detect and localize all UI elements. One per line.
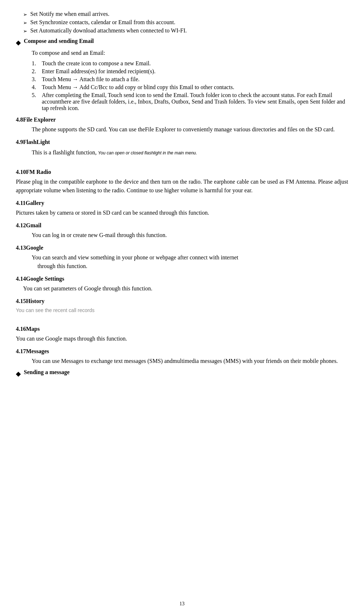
heading-4-11: 4.11Gallery [16,200,348,206]
arrow-icon-2: ➢ [23,20,27,26]
heading-4-10: 4.10FM Radio [16,169,348,175]
page-container: ➢ Set Notify me when email arrives. ➢ Se… [0,0,364,614]
flashlight-text-normal: This is a flashlight function, [32,149,97,155]
diamond-icon-2: ◆ [16,370,21,378]
step-text-3: Touch Menu → Attach file to attach a fil… [42,76,139,83]
compose-body: To compose and send an Email: 1. Touch t… [16,49,348,111]
diamond-icon: ◆ [16,39,21,47]
section-4-13: 4.13Google You can search and view somet… [16,245,348,271]
body-4-10: Please plug in the compatible earphone t… [16,177,348,195]
heading-4-15: 4.15History [16,298,348,304]
body-4-8: The phone supports the SD card. You can … [16,125,348,134]
flashlight-body: This is a flashlight function, You can o… [16,148,348,158]
body-4-13: You can search and view something in you… [32,253,348,271]
step-num-3: 3. [32,76,42,83]
section-4-12: 4.12Gmail You can log in or create new G… [16,222,348,240]
step-num-1: 1. [32,60,42,67]
section-4-8: 4.8File Explorer The phone supports the … [16,117,348,134]
section-4-10: 4.10FM Radio Please plug in the compatib… [16,169,348,195]
body-4-16: You can use Google maps through this fun… [16,334,348,343]
section-4-11: 4.11Gallery Pictures taken by camera or … [16,200,348,217]
step-num-5: 5. [32,92,42,111]
bullet-item-2: ➢ Set Synchronize contacts, calendar or … [23,19,348,26]
step-text-5: After completing the Email, Touch send i… [42,92,348,111]
body-4-13-block: You can search and view something in you… [16,253,348,271]
heading-4-17: 4.17Messages [16,348,348,355]
flashlight-text-small: You can open or closed flashlight in the… [98,150,197,155]
section-4-9: 4.9FlashLight This is a flashlight funct… [16,139,348,164]
body-4-14: You can set parameters of Google through… [16,284,348,293]
section-4-14: 4.14Google Settings You can set paramete… [16,276,348,293]
heading-4-8: 4.8File Explorer [16,117,348,123]
compose-heading: Compose and sending Email [24,38,94,44]
bullet-text-1: Set Notify me when email arrives. [30,11,110,17]
step-num-4: 4. [32,84,42,91]
compose-step-1: 1. Touch the create icon to compose a ne… [32,60,348,67]
heading-4-13: 4.13Google [16,245,348,251]
heading-4-9: 4.9FlashLight [16,139,348,145]
section-4-17: 4.17Messages You can use Messages to exc… [16,348,348,365]
sending-message-heading: Sending a message [24,369,70,376]
bullet-text-2: Set Synchronize contacts, calendar or Em… [30,19,176,26]
step-text-2: Enter Email address(es) for intended rec… [42,68,155,75]
heading-4-12: 4.12Gmail [16,222,348,229]
bullet-text-3: Set Automatically download attachments w… [30,27,187,34]
page-number: 13 [179,601,185,607]
section-4-15: 4.15History You can see the recent call … [16,298,348,321]
body-4-11: Pictures taken by camera or stored in SD… [16,209,348,217]
heading-4-14: 4.14Google Settings [16,276,348,282]
compose-header: ◆ Compose and sending Email [16,38,348,47]
compose-step-2: 2. Enter Email address(es) for intended … [32,68,348,75]
body-4-15: You can see the recent call records [16,307,348,314]
step-num-2: 2. [32,68,42,75]
body-4-12: You can log in or create new G-mail thro… [16,231,348,240]
bullet-item-1: ➢ Set Notify me when email arrives. [23,11,348,18]
body-4-17: You can use Messages to exchange text me… [16,357,348,365]
step-text-4: Touch Menu → Add Cc/Bcc to add copy or b… [42,84,234,91]
compose-step-4: 4. Touch Menu → Add Cc/Bcc to add copy o… [32,84,348,91]
heading-4-16: 4.16Maps [16,326,348,332]
arrow-icon-1: ➢ [23,12,27,18]
top-bullet-list: ➢ Set Notify me when email arrives. ➢ Se… [16,11,348,34]
compose-steps-list: 1. Touch the create icon to compose a ne… [32,60,348,111]
sending-message-section: ◆ Sending a message [16,369,348,378]
compose-step-5: 5. After completing the Email, Touch sen… [32,92,348,111]
arrow-icon-3: ➢ [23,28,27,34]
section-4-16: 4.16Maps You can use Google maps through… [16,326,348,343]
bullet-item-3: ➢ Set Automatically download attachments… [23,27,348,34]
compose-step-3: 3. Touch Menu → Attach file to attach a … [32,76,348,83]
compose-intro: To compose and send an Email: [32,49,348,57]
compose-section: ◆ Compose and sending Email To compose a… [16,38,348,111]
step-text-1: Touch the create icon to compose a new E… [42,60,151,67]
